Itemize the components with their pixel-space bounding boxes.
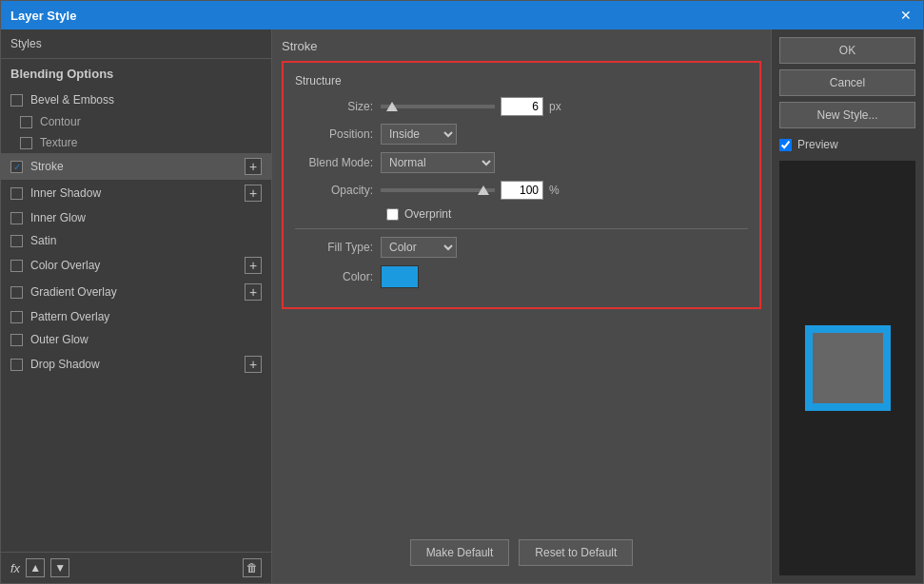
color-swatch[interactable] <box>381 265 419 288</box>
sidebar-item-pattern-overlay[interactable]: Pattern Overlay <box>1 305 271 328</box>
label-bevel-emboss: Bevel & Emboss <box>30 93 262 107</box>
delete-button[interactable]: 🗑 <box>243 558 262 577</box>
overprint-checkbox[interactable] <box>386 208 399 221</box>
checkbox-inner-glow[interactable] <box>10 212 23 224</box>
color-control <box>381 265 419 288</box>
checkbox-outer-glow[interactable] <box>10 334 23 346</box>
stroke-section-title: Stroke <box>282 39 761 53</box>
size-label: Size: <box>295 100 381 113</box>
left-bottom-bar: fx ▲ ▼ 🗑 <box>1 552 271 583</box>
checkbox-stroke[interactable] <box>10 161 23 173</box>
preview-area <box>779 161 915 575</box>
fx-label: fx <box>10 561 20 575</box>
size-row: Size: px <box>295 97 748 116</box>
title-bar: Layer Style ✕ <box>1 1 923 29</box>
preview-outer-square <box>805 325 891 411</box>
sidebar-item-gradient-overlay[interactable]: Gradient Overlay + <box>1 279 271 305</box>
fill-type-select[interactable]: Color Gradient Pattern <box>381 237 457 258</box>
opacity-label: Opacity: <box>295 184 381 197</box>
new-style-button[interactable]: New Style... <box>779 102 915 128</box>
checkbox-pattern-overlay[interactable] <box>10 311 23 323</box>
sidebar-item-color-overlay[interactable]: Color Overlay + <box>1 252 271 279</box>
position-row: Position: Inside Outside Center <box>295 124 748 145</box>
close-button[interactable]: ✕ <box>898 8 914 23</box>
checkbox-satin[interactable] <box>10 235 23 247</box>
blend-mode-control: Normal Dissolve Multiply Screen <box>381 152 495 173</box>
color-row: Color: <box>295 265 748 288</box>
label-inner-shadow: Inner Shadow <box>30 186 245 200</box>
sidebar-item-contour[interactable]: Contour <box>1 111 271 132</box>
stroke-content: Stroke Structure Size: <box>282 39 761 528</box>
move-up-button[interactable]: ▲ <box>26 558 45 577</box>
add-inner-shadow-button[interactable]: + <box>245 185 262 202</box>
dialog-title: Layer Style <box>10 9 76 23</box>
add-color-overlay-button[interactable]: + <box>245 257 262 274</box>
checkbox-color-overlay[interactable] <box>10 260 23 272</box>
cancel-button[interactable]: Cancel <box>779 69 915 96</box>
sidebar-item-texture[interactable]: Texture <box>1 132 271 153</box>
blending-options-header[interactable]: Blending Options <box>1 59 271 88</box>
label-outer-glow: Outer Glow <box>30 333 262 346</box>
label-stroke: Stroke <box>30 160 245 173</box>
position-control: Inside Outside Center <box>381 124 457 145</box>
fill-type-control: Color Gradient Pattern <box>381 237 457 258</box>
label-gradient-overlay: Gradient Overlay <box>30 285 245 299</box>
left-panel: Styles Blending Options Bevel & Emboss C… <box>1 29 272 583</box>
add-stroke-button[interactable]: + <box>245 158 262 175</box>
layer-style-dialog: Layer Style ✕ Styles Blending Options Be… <box>0 0 924 584</box>
color-label: Color: <box>295 270 381 283</box>
checkbox-inner-shadow[interactable] <box>10 187 23 200</box>
center-panel: Stroke Structure Size: <box>272 29 771 583</box>
sidebar-item-drop-shadow[interactable]: Drop Shadow + <box>1 351 271 378</box>
structure-title: Structure <box>295 74 748 88</box>
opacity-unit: % <box>549 184 560 197</box>
ok-button[interactable]: OK <box>779 37 915 64</box>
fill-type-label: Fill Type: <box>295 241 381 254</box>
right-panel: OK Cancel New Style... Preview <box>771 29 923 583</box>
sidebar-item-outer-glow[interactable]: Outer Glow <box>1 328 271 351</box>
overprint-label: Overprint <box>404 207 451 221</box>
label-pattern-overlay: Pattern Overlay <box>30 310 262 323</box>
label-drop-shadow: Drop Shadow <box>30 358 245 371</box>
bottom-buttons: Make Default Reset to Default <box>282 532 761 574</box>
reset-to-default-button[interactable]: Reset to Default <box>519 539 633 566</box>
size-control: px <box>381 97 561 116</box>
left-panel-list: Blending Options Bevel & Emboss Contour … <box>1 59 271 552</box>
checkbox-drop-shadow[interactable] <box>10 359 23 371</box>
dialog-body: Styles Blending Options Bevel & Emboss C… <box>1 29 923 583</box>
checkbox-texture[interactable] <box>20 137 32 149</box>
preview-checkbox[interactable] <box>779 139 792 151</box>
position-select[interactable]: Inside Outside Center <box>381 124 457 145</box>
checkbox-bevel-emboss[interactable] <box>10 94 23 107</box>
checkbox-gradient-overlay[interactable] <box>10 286 23 299</box>
size-slider[interactable] <box>381 99 495 114</box>
size-input[interactable] <box>501 97 543 116</box>
blend-mode-row: Blend Mode: Normal Dissolve Multiply Scr… <box>295 152 748 173</box>
label-contour: Contour <box>40 115 81 128</box>
move-down-button[interactable]: ▼ <box>50 558 69 577</box>
fill-type-row: Fill Type: Color Gradient Pattern <box>295 237 748 258</box>
divider <box>295 228 748 229</box>
sidebar-item-bevel-emboss[interactable]: Bevel & Emboss <box>1 88 271 111</box>
blend-mode-select[interactable]: Normal Dissolve Multiply Screen <box>381 152 495 173</box>
label-inner-glow: Inner Glow <box>30 211 262 224</box>
styles-header[interactable]: Styles <box>1 29 271 59</box>
make-default-button[interactable]: Make Default <box>410 539 510 566</box>
size-slider-thumb[interactable] <box>386 102 398 111</box>
label-satin: Satin <box>30 234 262 247</box>
sidebar-item-stroke[interactable]: Stroke + <box>1 153 271 180</box>
label-color-overlay: Color Overlay <box>30 259 245 272</box>
sidebar-item-inner-shadow[interactable]: Inner Shadow + <box>1 180 271 206</box>
opacity-slider-thumb[interactable] <box>478 185 489 195</box>
add-drop-shadow-button[interactable]: + <box>245 356 262 373</box>
sidebar-item-satin[interactable]: Satin <box>1 229 271 252</box>
sidebar-item-inner-glow[interactable]: Inner Glow <box>1 206 271 229</box>
label-texture: Texture <box>40 136 77 149</box>
add-gradient-overlay-button[interactable]: + <box>245 283 262 301</box>
checkbox-contour[interactable] <box>20 116 32 128</box>
opacity-row: Opacity: % <box>295 181 748 200</box>
opacity-control: % <box>381 181 560 200</box>
size-unit: px <box>549 100 561 113</box>
opacity-input[interactable] <box>501 181 543 200</box>
opacity-slider[interactable] <box>381 183 495 198</box>
